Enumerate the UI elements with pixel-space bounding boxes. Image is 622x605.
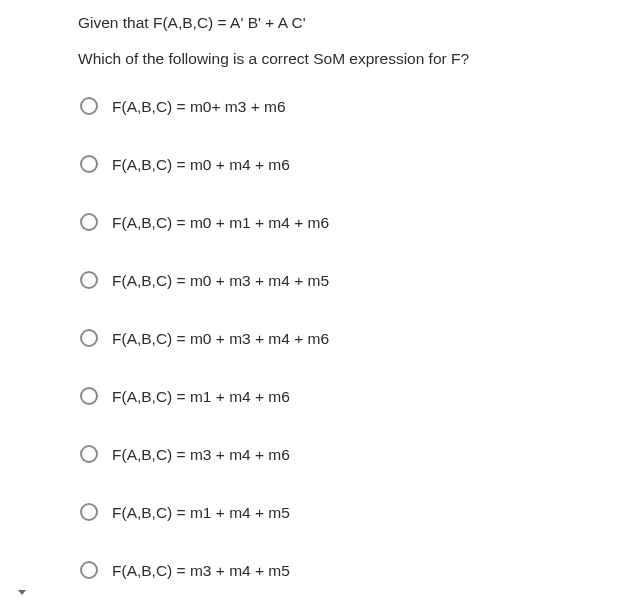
radio-icon[interactable]	[80, 329, 98, 347]
radio-icon[interactable]	[80, 561, 98, 579]
question-block: Given that F(A,B,C) = A' B' + A C' Which…	[0, 0, 540, 579]
radio-icon[interactable]	[80, 97, 98, 115]
option-label: F(A,B,C) = m0+ m3 + m6	[112, 99, 286, 115]
option-2[interactable]: F(A,B,C) = m0 + m1 + m4 + m6	[78, 213, 540, 231]
question-prompt-line2: Which of the following is a correct SoM …	[78, 48, 540, 70]
option-label: F(A,B,C) = m3 + m4 + m6	[112, 447, 290, 463]
option-7[interactable]: F(A,B,C) = m1 + m4 + m5	[78, 503, 540, 521]
option-5[interactable]: F(A,B,C) = m1 + m4 + m6	[78, 387, 540, 405]
option-label: F(A,B,C) = m1 + m4 + m6	[112, 389, 290, 405]
radio-icon[interactable]	[80, 271, 98, 289]
radio-icon[interactable]	[80, 213, 98, 231]
options-list: F(A,B,C) = m0+ m3 + m6 F(A,B,C) = m0 + m…	[78, 97, 540, 579]
option-label: F(A,B,C) = m1 + m4 + m5	[112, 505, 290, 521]
option-4[interactable]: F(A,B,C) = m0 + m3 + m4 + m6	[78, 329, 540, 347]
option-label: F(A,B,C) = m0 + m3 + m4 + m6	[112, 331, 329, 347]
radio-icon[interactable]	[80, 155, 98, 173]
radio-icon[interactable]	[80, 387, 98, 405]
option-0[interactable]: F(A,B,C) = m0+ m3 + m6	[78, 97, 540, 115]
option-3[interactable]: F(A,B,C) = m0 + m3 + m4 + m5	[78, 271, 540, 289]
option-6[interactable]: F(A,B,C) = m3 + m4 + m6	[78, 445, 540, 463]
option-8[interactable]: F(A,B,C) = m3 + m4 + m5	[78, 561, 540, 579]
option-label: F(A,B,C) = m3 + m4 + m5	[112, 563, 290, 579]
radio-icon[interactable]	[80, 503, 98, 521]
question-prompt-line1: Given that F(A,B,C) = A' B' + A C'	[78, 12, 540, 34]
option-label: F(A,B,C) = m0 + m1 + m4 + m6	[112, 215, 329, 231]
radio-icon[interactable]	[80, 445, 98, 463]
option-1[interactable]: F(A,B,C) = m0 + m4 + m6	[78, 155, 540, 173]
option-label: F(A,B,C) = m0 + m4 + m6	[112, 157, 290, 173]
scroll-down-icon[interactable]	[18, 590, 26, 595]
option-label: F(A,B,C) = m0 + m3 + m4 + m5	[112, 273, 329, 289]
